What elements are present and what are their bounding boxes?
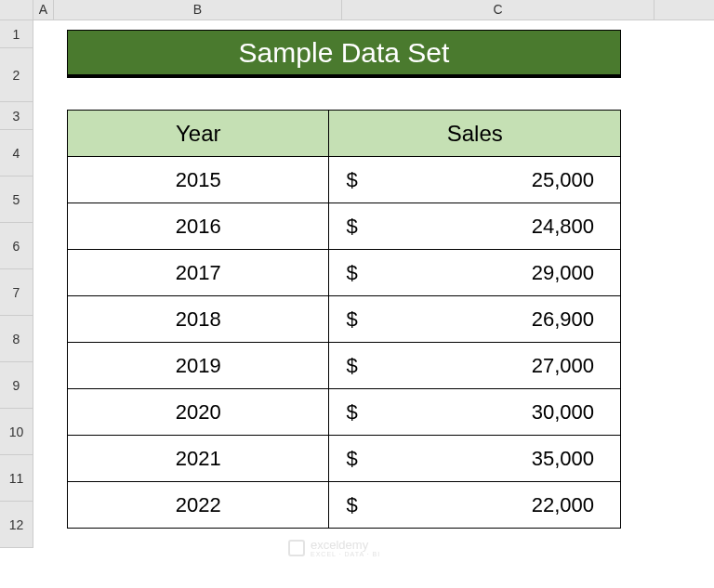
sales-value: 27,000 bbox=[532, 354, 594, 378]
table-row[interactable]: 2021 $ 35,000 bbox=[68, 436, 621, 482]
currency-symbol: $ bbox=[346, 493, 357, 517]
row-header-11[interactable]: 11 bbox=[0, 455, 33, 502]
spreadsheet-grid: A B C 1 2 3 4 5 6 7 8 9 10 11 12 Sample … bbox=[0, 0, 714, 588]
table-row[interactable]: 2016 $ 24,800 bbox=[68, 203, 621, 250]
watermark-tagline: EXCEL · DATA · BI bbox=[311, 551, 380, 557]
table-row[interactable]: 2015 $ 25,000 bbox=[68, 157, 621, 203]
cell-year[interactable]: 2022 bbox=[68, 482, 329, 529]
column-headers-row: A B C bbox=[0, 0, 714, 20]
cell-year[interactable]: 2021 bbox=[68, 436, 329, 482]
cell-sales[interactable]: $ 27,000 bbox=[329, 343, 621, 389]
currency-symbol: $ bbox=[346, 400, 357, 425]
row-headers-col: 1 2 3 4 5 6 7 8 9 10 11 12 bbox=[0, 20, 33, 548]
watermark: exceldemy EXCEL · DATA · BI bbox=[288, 539, 380, 557]
logo-icon bbox=[288, 540, 305, 556]
currency-symbol: $ bbox=[346, 261, 357, 285]
row-header-3[interactable]: 3 bbox=[0, 102, 33, 130]
sales-value: 29,000 bbox=[532, 261, 594, 285]
col-header-b[interactable]: B bbox=[54, 0, 342, 20]
cell-year[interactable]: 2016 bbox=[68, 203, 329, 250]
currency-symbol: $ bbox=[346, 307, 357, 332]
table-row[interactable]: 2019 $ 27,000 bbox=[68, 343, 621, 389]
row-header-6[interactable]: 6 bbox=[0, 223, 33, 269]
cell-year[interactable]: 2018 bbox=[68, 296, 329, 343]
col-header-a[interactable]: A bbox=[33, 0, 54, 20]
currency-symbol: $ bbox=[346, 215, 357, 239]
header-year[interactable]: Year bbox=[68, 111, 329, 157]
sales-value: 30,000 bbox=[532, 400, 594, 425]
header-sales[interactable]: Sales bbox=[329, 111, 621, 157]
row-header-7[interactable]: 7 bbox=[0, 269, 33, 316]
sales-value: 22,000 bbox=[532, 493, 594, 517]
data-table: Year Sales 2015 $ 25,000 2016 $ bbox=[67, 110, 621, 529]
cell-year[interactable]: 2020 bbox=[68, 389, 329, 436]
row-header-9[interactable]: 9 bbox=[0, 362, 33, 409]
cell-sales[interactable]: $ 22,000 bbox=[329, 482, 621, 529]
cell-sales[interactable]: $ 25,000 bbox=[329, 157, 621, 203]
cell-year[interactable]: 2015 bbox=[68, 157, 329, 203]
watermark-brand: exceldemy bbox=[311, 539, 380, 551]
table-row[interactable]: 2017 $ 29,000 bbox=[68, 250, 621, 296]
cell-sales[interactable]: $ 35,000 bbox=[329, 436, 621, 482]
cell-year[interactable]: 2019 bbox=[68, 343, 329, 389]
col-header-c[interactable]: C bbox=[342, 0, 654, 20]
currency-symbol: $ bbox=[346, 168, 357, 192]
cell-sales[interactable]: $ 24,800 bbox=[329, 203, 621, 250]
table-row[interactable]: 2018 $ 26,900 bbox=[68, 296, 621, 343]
sales-value: 26,900 bbox=[532, 307, 594, 332]
row-header-10[interactable]: 10 bbox=[0, 409, 33, 455]
cell-sales[interactable]: $ 29,000 bbox=[329, 250, 621, 296]
select-all-corner[interactable] bbox=[0, 0, 33, 20]
table-row[interactable]: 2022 $ 22,000 bbox=[68, 482, 621, 529]
row-header-8[interactable]: 8 bbox=[0, 316, 33, 362]
table-row[interactable]: 2020 $ 30,000 bbox=[68, 389, 621, 436]
sales-value: 35,000 bbox=[532, 447, 594, 471]
row-header-12[interactable]: 12 bbox=[0, 502, 33, 548]
currency-symbol: $ bbox=[346, 447, 357, 471]
currency-symbol: $ bbox=[346, 354, 357, 378]
cell-sales[interactable]: $ 26,900 bbox=[329, 296, 621, 343]
cell-sales[interactable]: $ 30,000 bbox=[329, 389, 621, 436]
row-header-5[interactable]: 5 bbox=[0, 176, 33, 223]
sales-value: 24,800 bbox=[532, 215, 594, 239]
row-header-2[interactable]: 2 bbox=[0, 48, 33, 102]
sales-value: 25,000 bbox=[532, 168, 594, 192]
title-banner[interactable]: Sample Data Set bbox=[67, 30, 621, 78]
cell-year[interactable]: 2017 bbox=[68, 250, 329, 296]
row-header-4[interactable]: 4 bbox=[0, 130, 33, 176]
row-header-1[interactable]: 1 bbox=[0, 20, 33, 48]
